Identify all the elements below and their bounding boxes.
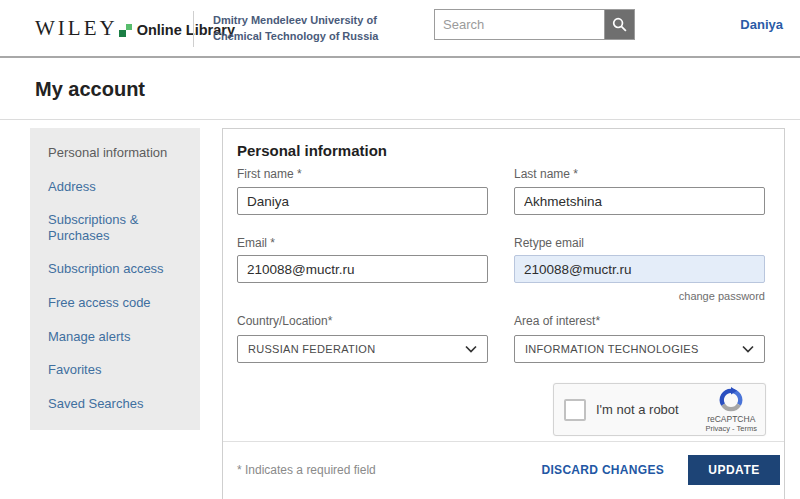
search-box (434, 9, 635, 40)
retype-email-label: Retype email (514, 236, 584, 250)
email-label: Email * (237, 236, 275, 250)
recaptcha-privacy-terms-link[interactable]: Privacy - Terms (705, 424, 757, 433)
wiley-wordmark: WILEY (35, 16, 118, 41)
retype-email-field[interactable] (514, 255, 765, 283)
personal-information-panel: Personal information First name * Last n… (222, 128, 785, 499)
country-label: Country/Location* (237, 314, 332, 328)
sidebar-item-manage-alerts[interactable]: Manage alerts (30, 320, 200, 354)
page-title: My account (35, 78, 145, 101)
area-of-interest-select[interactable]: INFORMATION TECHNOLOGIES (514, 335, 765, 363)
panel-footer: * Indicates a required field DISCARD CHA… (223, 442, 784, 497)
first-name-field[interactable] (237, 187, 488, 215)
wiley-logo[interactable]: WILEY Online Library (35, 16, 235, 41)
last-name-field[interactable] (514, 187, 765, 215)
form-heading: Personal information (237, 142, 387, 159)
institution-name: Dmitry Mendeleev University of Chemical … (213, 13, 418, 45)
discard-changes-button[interactable]: DISCARD CHANGES (541, 463, 664, 477)
sidebar-item-free-access-code[interactable]: Free access code (30, 286, 200, 320)
sidebar-item-subscriptions-purchases[interactable]: Subscriptions & Purchases (30, 203, 200, 252)
search-input[interactable] (435, 10, 603, 39)
sidebar: Personal information Address Subscriptio… (30, 128, 200, 430)
recaptcha-widget: I'm not a robot reCAPTCHA Privacy - Term… (553, 383, 766, 436)
chevron-down-icon (742, 345, 754, 353)
sidebar-item-address[interactable]: Address (30, 170, 200, 204)
sidebar-item-favorites[interactable]: Favorites (30, 353, 200, 387)
first-name-label: First name * (237, 167, 302, 181)
header-divider (193, 11, 194, 47)
user-account-link[interactable]: Daniya (740, 17, 783, 32)
area-of-interest-select-value: INFORMATION TECHNOLOGIES (525, 343, 699, 355)
recaptcha-label: I'm not a robot (596, 402, 705, 417)
recaptcha-logo-icon (718, 387, 744, 413)
country-select-value: RUSSIAN FEDERATION (248, 343, 375, 355)
area-of-interest-label: Area of interest* (514, 314, 600, 328)
top-header: WILEY Online Library Dmitry Mendeleev Un… (0, 0, 800, 58)
title-bar: My account (0, 60, 800, 120)
sidebar-item-saved-searches[interactable]: Saved Searches (30, 387, 200, 421)
sidebar-item-personal-information[interactable]: Personal information (30, 136, 200, 170)
sidebar-item-subscription-access[interactable]: Subscription access (30, 252, 200, 286)
last-name-label: Last name * (514, 167, 578, 181)
search-button[interactable] (604, 10, 634, 39)
recaptcha-checkbox[interactable] (564, 399, 586, 421)
email-field[interactable] (237, 255, 488, 283)
search-icon (611, 16, 628, 33)
required-field-note: * Indicates a required field (237, 463, 541, 477)
recaptcha-brand-text: reCAPTCHA (707, 414, 755, 424)
wiley-logo-mark-icon (119, 24, 132, 37)
chevron-down-icon (465, 345, 477, 353)
country-select[interactable]: RUSSIAN FEDERATION (237, 335, 488, 363)
update-button[interactable]: UPDATE (688, 455, 780, 485)
change-password-link[interactable]: change password (514, 290, 765, 302)
